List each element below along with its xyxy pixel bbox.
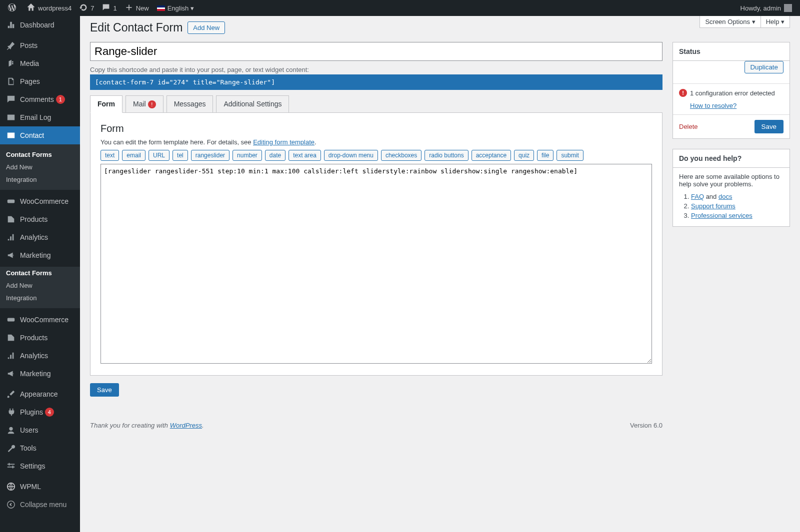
menu-tools-label: Tools — [20, 444, 36, 452]
tab-mail[interactable]: Mail! — [126, 95, 164, 113]
sub-integration-2[interactable]: Integration — [0, 292, 80, 304]
tag-quiz[interactable]: quiz — [514, 150, 534, 161]
tag-acceptance[interactable]: acceptance — [472, 150, 511, 161]
tag-file[interactable]: file — [537, 150, 554, 161]
panel-desc: You can edit the form template here. For… — [100, 138, 652, 146]
menu-marketing-2[interactable]: Marketing — [0, 365, 80, 383]
menu-email-log-label: Email Log — [20, 113, 51, 121]
wordpress-link[interactable]: WordPress — [170, 422, 202, 429]
save-button-side[interactable]: Save — [754, 120, 784, 133]
menu-appearance[interactable]: Appearance — [0, 385, 80, 403]
chevron-down-icon: ▾ — [190, 4, 194, 12]
menu-users-label: Users — [20, 426, 38, 434]
menu-analytics[interactable]: Analytics — [0, 228, 80, 246]
analytics-icon — [6, 232, 16, 242]
media-icon — [6, 58, 16, 68]
editing-template-link[interactable]: Editing form template — [253, 138, 314, 146]
tag-rangeslider[interactable]: rangeslider — [191, 150, 230, 161]
tag-URL[interactable]: URL — [148, 150, 170, 161]
tag-drop-down-menu[interactable]: drop-down menu — [324, 150, 378, 161]
sub-contact-forms[interactable]: Contact Forms — [0, 148, 80, 161]
menu-posts[interactable]: Posts — [0, 36, 80, 54]
save-button-bottom[interactable]: Save — [90, 383, 119, 397]
professional-services-link[interactable]: Professional services — [691, 212, 752, 219]
svg-rect-0 — [8, 199, 14, 203]
collapse-menu[interactable]: Collapse menu — [0, 496, 80, 514]
tag-generator-buttons: textemailURLtelrangeslidernumberdatetext… — [100, 150, 652, 161]
menu-woocommerce[interactable]: WooCommerce — [0, 192, 80, 210]
new-content[interactable]: New — [121, 0, 153, 16]
tab-mail-label: Mail — [133, 100, 146, 108]
menu-products-2[interactable]: Products — [0, 329, 80, 347]
tag-submit[interactable]: submit — [556, 150, 583, 161]
language-switcher[interactable]: English ▾ — [153, 0, 198, 16]
tag-date[interactable]: date — [265, 150, 286, 161]
tag-number[interactable]: number — [232, 150, 262, 161]
alert-icon: ! — [148, 100, 156, 108]
menu-posts-label: Posts — [20, 41, 38, 49]
tag-radio-buttons[interactable]: radio buttons — [424, 150, 468, 161]
screen-options-button[interactable]: Screen Options ▾ — [700, 16, 760, 28]
tab-form[interactable]: Form — [90, 95, 122, 113]
menu-products[interactable]: Products — [0, 210, 80, 228]
shortcode-value[interactable]: [contact-form-7 id="274" title="Range-sl… — [90, 74, 662, 90]
editor-tabs: Form Mail! Messages Additional Settings — [90, 95, 662, 112]
menu-dashboard[interactable]: Dashboard — [0, 16, 80, 34]
menu-analytics-label: Analytics — [20, 233, 48, 241]
page-title: Edit Contact Form — [90, 21, 182, 34]
help-intro: Here are some available options to help … — [679, 173, 784, 188]
docs-link[interactable]: docs — [718, 193, 732, 200]
tag-text[interactable]: text — [100, 150, 119, 161]
menu-marketing-label: Marketing — [20, 251, 50, 259]
menu-settings[interactable]: Settings — [0, 457, 80, 475]
menu-media[interactable]: Media — [0, 54, 80, 72]
help-button[interactable]: Help ▾ — [760, 16, 790, 28]
sub-add-new[interactable]: Add New — [0, 161, 80, 173]
site-name[interactable]: wordpress4 — [23, 0, 76, 16]
menu-analytics-2[interactable]: Analytics — [0, 347, 80, 365]
add-new-button[interactable]: Add New — [188, 21, 225, 34]
sub-add-new-2[interactable]: Add New — [0, 279, 80, 292]
tab-messages[interactable]: Messages — [166, 95, 214, 113]
wp-logo[interactable] — [4, 0, 23, 16]
menu-woocommerce-2[interactable]: WooCommerce — [0, 311, 80, 329]
support-forums-link[interactable]: Support forums — [691, 202, 736, 210]
tag-email[interactable]: email — [122, 150, 146, 161]
menu-marketing-2-label: Marketing — [20, 370, 50, 378]
delete-link[interactable]: Delete — [679, 123, 698, 130]
admin-footer: Thank you for creating with WordPress. V… — [90, 417, 662, 434]
tag-text-area[interactable]: text area — [288, 150, 321, 161]
menu-plugins[interactable]: Plugins4 — [0, 403, 80, 421]
form-template-textarea[interactable] — [100, 164, 652, 364]
version-label: Version 6.0 — [630, 422, 662, 429]
menu-comments[interactable]: Comments1 — [0, 90, 80, 108]
menu-tools[interactable]: Tools — [0, 439, 80, 457]
admin-menu: Dashboard Posts Media Pages Comments1 Em… — [0, 16, 80, 532]
menu-users[interactable]: Users — [0, 421, 80, 439]
menu-wpml[interactable]: WPML — [0, 478, 80, 496]
menu-marketing[interactable]: Marketing — [0, 246, 80, 264]
updates[interactable]: 7 — [76, 0, 98, 16]
form-title-input[interactable] — [90, 42, 662, 61]
toolbar-comments[interactable]: 1 — [98, 0, 120, 16]
comment-icon — [6, 94, 16, 104]
tab-additional-settings[interactable]: Additional Settings — [216, 95, 289, 113]
envelope-icon — [6, 130, 16, 140]
tag-checkboxes[interactable]: checkboxes — [381, 150, 422, 161]
resolve-link[interactable]: How to resolve? — [690, 102, 736, 109]
language-label: English — [168, 4, 189, 12]
faq-link[interactable]: FAQ — [691, 193, 704, 200]
product-icon — [6, 333, 16, 343]
duplicate-button[interactable]: Duplicate — [744, 61, 784, 73]
menu-pages[interactable]: Pages — [0, 72, 80, 90]
tag-tel[interactable]: tel — [172, 150, 188, 161]
comments-badge: 1 — [56, 95, 65, 104]
menu-email-log[interactable]: Email Log — [0, 108, 80, 126]
sub-contact-forms-2[interactable]: Contact Forms — [0, 267, 80, 279]
shortcode-hint: Copy this shortcode and paste it into yo… — [90, 66, 662, 73]
my-account[interactable]: Howdy, admin — [736, 0, 796, 16]
sub-integration[interactable]: Integration — [0, 173, 80, 186]
globe-icon — [6, 482, 16, 492]
menu-contact[interactable]: Contact — [0, 126, 80, 144]
svg-point-4 — [8, 501, 14, 508]
